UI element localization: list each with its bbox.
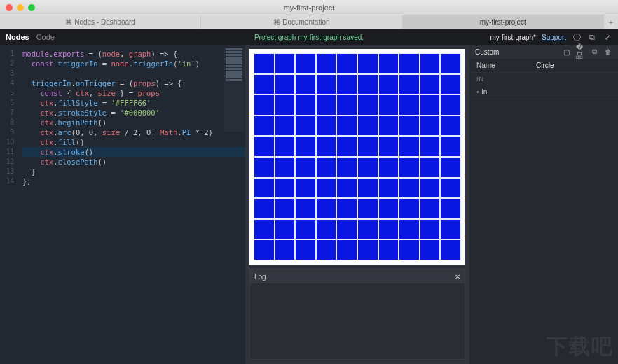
minimap[interactable] [224,48,244,132]
bullet-icon: • [476,88,479,96]
inspector-panel: Custom ▢ �品 ⧉ 🗑 Name Circle IN • in [469,45,618,364]
fullscreen-icon[interactable]: ⤢ [603,32,612,42]
preview-canvas[interactable] [254,53,461,260]
line-gutter: 1234567891011121314 [0,49,18,186]
code-editor[interactable]: 1234567891011121314 module.exports = (no… [0,45,245,364]
close-icon[interactable]: ✕ [455,273,460,281]
square-icon[interactable]: ▢ [562,48,570,56]
canvas-wrap [249,49,465,265]
name-row[interactable]: Name Circle [469,59,618,73]
project-tab-bar: ⌘ Nodes - Dashboard ⌘ Documentation my-f… [0,15,618,29]
graph-name[interactable]: my-first-graph* [490,34,536,41]
name-label: Name [476,62,536,69]
preview-panel: Log ✕ [245,45,469,364]
support-link[interactable]: Support [542,34,566,41]
tab-documentation[interactable]: ⌘ Documentation [201,15,402,29]
in-item: in [482,88,488,96]
window-titlebar: my-first-project [0,0,618,15]
nodes-icon[interactable]: �品 [576,48,584,56]
log-title: Log [254,273,266,281]
code-content[interactable]: module.exports = (node, graph) => { cons… [22,45,245,186]
tab-dashboard[interactable]: ⌘ Nodes - Dashboard [0,15,201,29]
new-tab-button[interactable]: + [604,15,618,29]
in-row[interactable]: • in [469,85,618,99]
name-value: Circle [536,62,611,69]
trash-icon[interactable]: 🗑 [604,48,612,56]
in-section: IN [469,73,618,85]
log-panel: Log ✕ [249,269,465,360]
copy-icon[interactable]: ⧉ [590,48,598,56]
inspector-title: Custom [475,48,499,56]
info-icon[interactable]: ⓘ [572,32,582,42]
window-title: my-first-project [0,4,618,12]
tab-project[interactable]: my-first-project [403,15,604,29]
top-toolbar: Nodes Code Project graph my-first-graph … [0,29,618,45]
share-icon[interactable]: ⧉ [587,32,597,42]
